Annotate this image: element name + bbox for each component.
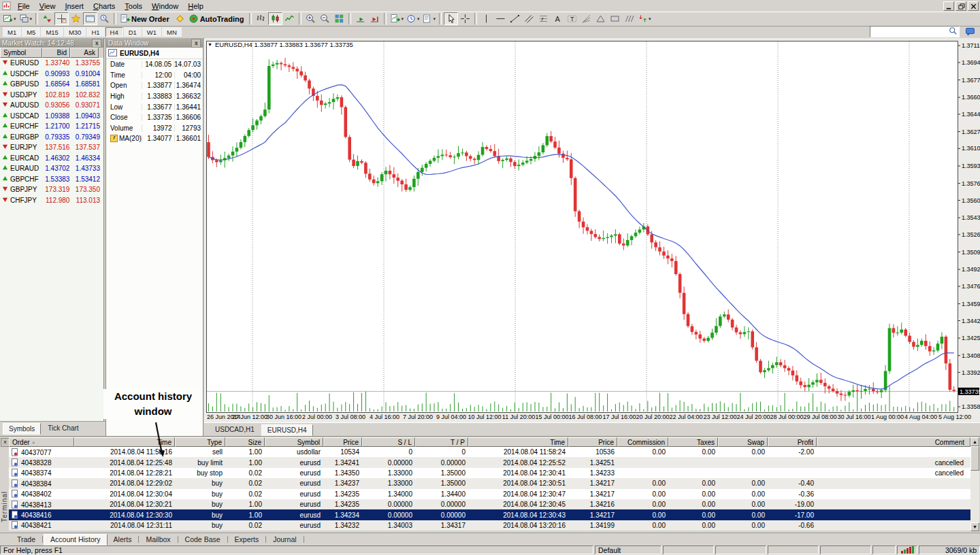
timeframe-d1-button[interactable]: D1	[124, 27, 142, 37]
terminal-tab-trade[interactable]: Trade	[11, 535, 42, 545]
column-header-s-l[interactable]: S / L	[362, 437, 415, 447]
arrow-tools-button[interactable]: ▾	[636, 12, 653, 25]
column-header-price[interactable]: Price	[568, 437, 617, 447]
column-header-price[interactable]: Price	[323, 437, 362, 447]
terminal-tab-account-history[interactable]: Account History	[44, 534, 108, 545]
table-row[interactable]: 404383842014.08.04 12:29:02buy0.02eurusd…	[9, 478, 970, 488]
timeframe-h1-button[interactable]: H1	[86, 27, 104, 37]
timeframe-m1-button[interactable]: M1	[3, 27, 21, 37]
table-row[interactable]: 404383282014.08.04 12:25:48buy limit1.00…	[9, 457, 970, 467]
scroll-up-button[interactable]: ▲	[970, 437, 979, 446]
text-label-button[interactable]: T	[565, 12, 579, 25]
terminal-scrollbar[interactable]: ▲▼	[970, 437, 979, 531]
market-watch-row[interactable]: EURAUD1.437021.43733	[0, 163, 103, 174]
trendline-button[interactable]	[508, 12, 522, 25]
market-watch-row[interactable]: AUDUSD0.930560.93071	[0, 100, 103, 111]
market-watch-row[interactable]: USDCAD1.093881.09403	[0, 111, 103, 122]
market-watch-row[interactable]: USDCHF0.909930.91004	[0, 69, 103, 80]
zoom-in-button[interactable]	[304, 12, 318, 25]
column-header-type[interactable]: Type	[175, 437, 225, 447]
vertical-line-button[interactable]	[479, 12, 493, 25]
chevron-down-icon[interactable]: ▾	[30, 16, 33, 22]
market-watch-row[interactable]: EURCAD1.463021.46334	[0, 153, 103, 164]
candlestick-chart-button[interactable]	[268, 12, 282, 25]
chart-shift-button[interactable]	[368, 12, 382, 25]
column-header-size[interactable]: Size	[225, 437, 265, 447]
scroll-thumb[interactable]	[970, 446, 979, 471]
market-watch-titlebar[interactable]: Market Watch: 14:12:48 x	[0, 38, 103, 48]
timeframe-w1-button[interactable]: W1	[142, 27, 161, 37]
market-watch-row[interactable]: EURJPY137.516137.537	[0, 142, 103, 153]
column-header-time[interactable]: Time	[468, 437, 568, 447]
terminal-tab-code-base[interactable]: Code Base	[179, 535, 227, 545]
table-row[interactable]: 404370772014.08.04 11:58:16sell1.00usdol…	[9, 447, 970, 457]
chevron-down-icon[interactable]: ▾	[417, 16, 420, 22]
market-watch-row[interactable]: CHFJPY112.980113.013	[0, 195, 103, 206]
market-watch-button[interactable]	[40, 12, 54, 25]
column-header-swap[interactable]: Swap	[718, 437, 768, 447]
market-watch-row[interactable]: GBPCHF1.533831.53412	[0, 174, 103, 185]
market-watch-col-ask[interactable]: Ask	[70, 48, 99, 58]
tab-symbols[interactable]: Symbols	[3, 423, 41, 435]
menu-item-insert[interactable]: Insert	[60, 1, 88, 11]
fibo-fan-button[interactable]	[579, 12, 593, 25]
profiles-button[interactable]: ▾	[18, 12, 34, 25]
strategy-tester-button[interactable]	[97, 12, 112, 25]
chart-tab-eurusd-h4[interactable]: EURUSD,H4	[261, 424, 313, 436]
navigator-button[interactable]	[69, 12, 83, 25]
cursor-button[interactable]	[444, 12, 458, 25]
market-watch-row[interactable]: GBPJPY173.319173.350	[0, 184, 103, 195]
menu-item-view[interactable]: View	[35, 1, 61, 11]
chevron-down-icon[interactable]: ▾	[14, 16, 16, 22]
menu-item-file[interactable]: File	[13, 1, 35, 11]
data-window-button[interactable]	[54, 12, 69, 25]
templates-button[interactable]: ▾	[421, 12, 437, 25]
mdi-minimize-button[interactable]	[943, 1, 954, 11]
column-header-time[interactable]: Time	[74, 437, 175, 447]
periods-button[interactable]: ▾	[405, 12, 421, 25]
new-order-button[interactable]: New Order	[118, 12, 173, 25]
zoom-out-button[interactable]	[318, 12, 332, 25]
menu-item-window[interactable]: Window	[147, 1, 183, 11]
menu-item-tools[interactable]: Tools	[120, 1, 147, 11]
chevron-down-icon[interactable]: ▾	[649, 16, 651, 22]
market-watch-row[interactable]: GBPUSD1.685641.68581	[0, 79, 103, 90]
column-header-profit[interactable]: Profit	[768, 437, 817, 447]
market-watch-col-symbol[interactable]: Symbol	[0, 48, 42, 58]
table-row[interactable]: 404384132014.08.04 12:30:21buy1.00eurusd…	[9, 499, 970, 509]
timeframe-h4-button[interactable]: H4	[105, 27, 123, 37]
tile-windows-button[interactable]	[332, 12, 346, 25]
line-chart-button[interactable]	[282, 12, 297, 25]
chevron-down-icon[interactable]: ▾	[433, 16, 436, 22]
bar-chart-button[interactable]	[254, 12, 268, 25]
equidistant-channel-button[interactable]	[522, 12, 536, 25]
fibonacci-button[interactable]: f	[536, 12, 551, 25]
triangle-shape-button[interactable]	[593, 12, 608, 25]
terminal-tab-journal[interactable]: Journal	[267, 535, 302, 545]
market-watch-row[interactable]: EURUSD1.337401.33755	[0, 58, 103, 69]
table-row[interactable]: 404384022014.08.04 12:30:04buy0.02eurusd…	[9, 489, 970, 499]
column-header-symbol[interactable]: Symbol	[265, 437, 323, 447]
crosshair-button[interactable]	[458, 12, 472, 25]
auto-scroll-button[interactable]	[353, 12, 368, 25]
column-header-taxes[interactable]: Taxes	[668, 437, 718, 447]
rectangle-shape-button[interactable]	[608, 12, 622, 25]
column-header-comment[interactable]: Comment	[817, 437, 970, 447]
close-icon[interactable]: x	[92, 39, 101, 48]
menu-item-charts[interactable]: Charts	[88, 1, 120, 11]
timeframe-m30-button[interactable]: M30	[64, 27, 86, 37]
market-watch-col-bid[interactable]: Bid	[42, 48, 70, 58]
metaeditor-button[interactable]	[173, 12, 187, 25]
table-row[interactable]: 404384212014.08.04 12:31:11buy0.02eurusd…	[9, 520, 970, 531]
terminal-tab-alerts[interactable]: Alerts	[108, 535, 138, 545]
terminal-button[interactable]	[83, 12, 97, 25]
column-header-commission[interactable]: Commission	[617, 437, 668, 447]
market-watch-row[interactable]: USDJPY102.819102.832	[0, 90, 103, 101]
table-row[interactable]: 404384162014.08.04 12:30:30buy1.00eurusd…	[9, 509, 970, 520]
terminal-tab-mailbox[interactable]: Mailbox	[140, 535, 176, 545]
market-watch-row[interactable]: EURCHF1.217001.21715	[0, 121, 103, 132]
column-header-order[interactable]: Order▵	[9, 437, 74, 447]
mdi-close-button[interactable]	[968, 1, 979, 11]
indicators-button[interactable]: ▾	[389, 12, 405, 25]
chart-area[interactable]: 1.371101.369451.367751.366051.364401.362…	[204, 38, 980, 422]
